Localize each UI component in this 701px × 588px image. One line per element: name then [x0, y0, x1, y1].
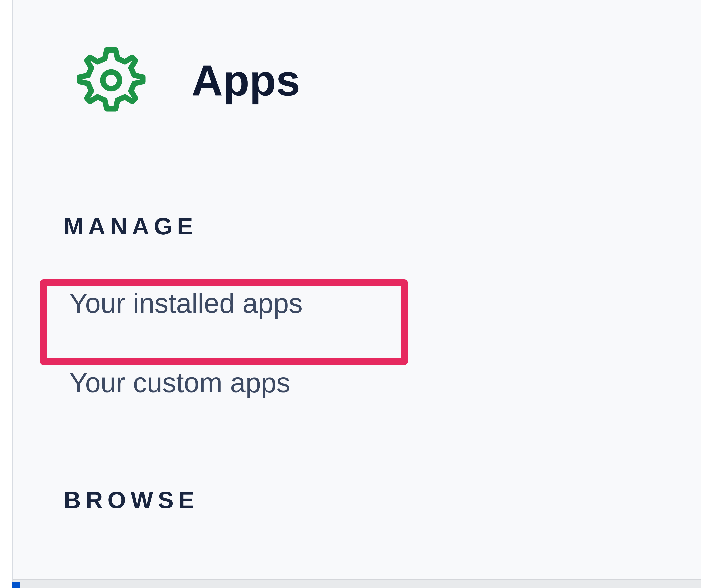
sidebar-content: MANAGE Your installed apps Your custom a… — [13, 161, 701, 538]
gear-icon — [73, 42, 150, 119]
page-title: Apps — [192, 55, 300, 105]
section-heading-manage: MANAGE — [13, 212, 701, 263]
section-heading-browse: BROWSE — [13, 486, 701, 538]
nav-item-installed-apps[interactable]: Your installed apps — [13, 263, 701, 343]
svg-point-0 — [103, 72, 120, 89]
nav-item-label: Your installed apps — [69, 288, 303, 319]
apps-sidebar-panel: Apps MANAGE Your installed apps Your cus… — [12, 0, 701, 588]
section-spacer — [13, 422, 701, 486]
bottom-accent — [12, 582, 20, 588]
nav-item-custom-apps[interactable]: Your custom apps — [13, 343, 701, 422]
outer-frame — [0, 0, 12, 588]
sidebar-header: Apps — [13, 0, 701, 161]
bottom-divider — [13, 579, 701, 588]
nav-item-label: Your custom apps — [69, 367, 290, 398]
